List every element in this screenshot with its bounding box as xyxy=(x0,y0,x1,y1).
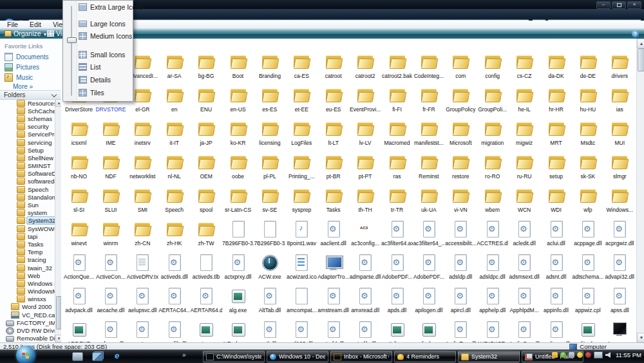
folder-item[interactable]: NDF xyxy=(95,152,126,185)
folder-item[interactable]: zh-TW xyxy=(191,219,222,252)
folder-item[interactable]: EventProvi... xyxy=(350,85,381,118)
tree-item-WindowsMobi[interactable]: WindowsMobi xyxy=(0,288,55,295)
file-item[interactable]: 7B296FB0-3... xyxy=(222,219,254,252)
folder-item[interactable]: zh-HK xyxy=(158,219,190,252)
folder-item[interactable]: ro-RO xyxy=(477,152,508,185)
scroll-thumb[interactable] xyxy=(638,48,644,71)
file-item[interactable]: aaclient.dll xyxy=(317,219,349,252)
tree-item-DVD RW Drive (E:)[interactable]: DVD RW Drive (E:) xyxy=(0,326,55,334)
folder-item[interactable]: migwiz xyxy=(509,118,540,152)
file-item[interactable]: AtBroker.exe xyxy=(222,319,254,342)
folder-item[interactable]: IME xyxy=(95,118,126,152)
folder-item[interactable]: en xyxy=(158,85,190,118)
folder-item[interactable]: migration xyxy=(477,118,508,152)
folder-item[interactable]: WCN xyxy=(509,185,540,219)
file-item[interactable]: appwiz.cpl xyxy=(572,286,603,319)
tree-item-SoftwareDistrib[interactable]: SoftwareDistrib xyxy=(0,170,55,178)
file-item[interactable]: activeds.tlb xyxy=(191,252,222,286)
folder-item[interactable]: ar-SA xyxy=(158,51,190,85)
tree-item-SchCache[interactable]: SchCache xyxy=(0,107,55,115)
menu-edit[interactable]: Edit xyxy=(25,21,46,28)
folder-item[interactable]: ras xyxy=(381,152,413,185)
folder-item[interactable]: WDI xyxy=(540,185,572,219)
file-item[interactable]: amcompat... xyxy=(286,286,317,319)
file-item[interactable]: atl.dll xyxy=(254,319,285,342)
folder-item[interactable]: wfp xyxy=(572,185,603,219)
volume-tray-icon[interactable] xyxy=(605,352,611,358)
tree-scrollbar[interactable]: ▲ ▼ xyxy=(55,99,61,342)
folder-item[interactable]: icsxml xyxy=(63,118,95,152)
file-item[interactable]: atl100.dll xyxy=(286,319,317,342)
folder-item[interactable]: ca-ES xyxy=(286,51,317,85)
file-item[interactable]: aecache.dll xyxy=(95,286,126,319)
tree-item-Sun[interactable]: Sun xyxy=(0,201,55,209)
file-item[interactable]: ApphlpdM... xyxy=(509,286,540,319)
tree-item-Resources[interactable]: Resources xyxy=(0,99,55,107)
menu-item-details[interactable]: Details xyxy=(79,75,131,85)
file-item[interactable]: asycfilt.dll xyxy=(158,319,190,342)
folder-item[interactable]: en-US xyxy=(222,85,254,118)
file-item[interactable]: aclui.dll xyxy=(540,219,572,252)
file-item[interactable]: aelupsvc.dll xyxy=(127,286,158,319)
switch-windows-icon[interactable] xyxy=(92,352,103,361)
file-item[interactable]: AudioEng.dll xyxy=(445,319,477,342)
menu-item-large-icons[interactable]: Large Icons xyxy=(79,19,131,29)
menu-file[interactable]: File xyxy=(3,21,23,28)
tree-item-winsxs[interactable]: winsxs xyxy=(0,295,55,303)
tree-item-ShellNew[interactable]: ShellNew xyxy=(0,154,55,162)
folder-item[interactable]: uk-UA xyxy=(413,185,444,219)
folder-item[interactable]: ja-JP xyxy=(191,118,222,152)
file-item[interactable]: advapi32.dll xyxy=(604,252,636,286)
file-item[interactable]: adsldpc.dll xyxy=(477,252,508,286)
file-item[interactable]: amstream.dll xyxy=(317,286,349,319)
taskbar-button-outlook[interactable]: Inbox - Microsoft O... xyxy=(330,351,392,362)
folder-item[interactable]: catroot xyxy=(317,51,349,85)
folder-item[interactable]: Windows... xyxy=(604,185,636,219)
file-item[interactable]: atmfd.dll xyxy=(317,319,349,342)
security-tray-icon[interactable] xyxy=(585,352,591,358)
folder-item[interactable]: catroot2.bak xyxy=(381,51,413,85)
folders-band[interactable]: Folders xyxy=(0,90,61,100)
folder-item[interactable]: restore xyxy=(445,152,477,185)
file-item[interactable]: acppage.dll xyxy=(572,219,603,252)
folder-item[interactable]: ko-KR xyxy=(222,118,254,152)
folder-item[interactable]: it-IT xyxy=(158,118,190,152)
vertical-scrollbar[interactable]: ▲ ▼ xyxy=(636,39,644,342)
file-item[interactable]: aspnet_cou... xyxy=(127,319,158,342)
file-item[interactable]: acledit.dll xyxy=(509,219,540,252)
folder-item[interactable]: ENU xyxy=(191,85,222,118)
file-item[interactable]: amxread.dll xyxy=(350,286,381,319)
menu-item-tiles[interactable]: Tiles xyxy=(79,88,131,98)
favorite-pictures[interactable]: Pictures xyxy=(5,63,39,71)
taskbar-button-ie[interactable]: Windows 10 - Deep... xyxy=(267,351,328,362)
file-item[interactable]: ActiveDRV.txt xyxy=(127,252,158,286)
folder-item[interactable]: pt-BR xyxy=(317,152,349,185)
folder-item[interactable]: et-EE xyxy=(286,85,317,118)
folder-item[interactable]: fi-FI xyxy=(381,85,413,118)
menu-item-list[interactable]: List xyxy=(79,62,131,72)
folder-item[interactable]: com xyxy=(445,51,477,85)
file-item[interactable]: AltTab.dll xyxy=(254,286,285,319)
menu-item-small-icons[interactable]: Small Icons xyxy=(79,50,131,60)
folder-item[interactable]: oobe xyxy=(222,152,254,185)
file-item[interactable]: adsldp.dll xyxy=(445,252,477,286)
folder-item[interactable]: Msdtc xyxy=(572,118,603,152)
tree-item-SMINST[interactable]: SMINST xyxy=(0,162,55,170)
folder-item[interactable]: catroot2 xyxy=(350,51,381,85)
network-tray-icon[interactable] xyxy=(594,351,603,358)
folder-item[interactable]: manifestst... xyxy=(413,118,444,152)
file-item[interactable]: attrib.exe xyxy=(381,319,413,342)
file-item[interactable]: audiodg.exe xyxy=(413,319,444,342)
file-item[interactable]: adsnt.dll xyxy=(540,252,572,286)
file-item[interactable]: ac3filter64.ax xyxy=(381,219,413,252)
folder-item[interactable]: licensing xyxy=(254,118,285,152)
file-item[interactable]: accessibilit... xyxy=(445,219,477,252)
folder-item[interactable]: vi-VN xyxy=(445,185,477,219)
more-links[interactable]: More » xyxy=(13,83,33,90)
folder-item[interactable]: GroupPoli... xyxy=(477,85,508,118)
tree-item-softwaredistrib[interactable]: softwaredistrib xyxy=(0,178,55,185)
file-item[interactable]: asferror.dll xyxy=(95,319,126,342)
tree-item-System32[interactable]: System32 xyxy=(0,217,55,225)
folder-item[interactable]: Macromed xyxy=(381,118,413,152)
folder-item[interactable]: fr-FR xyxy=(413,85,444,118)
